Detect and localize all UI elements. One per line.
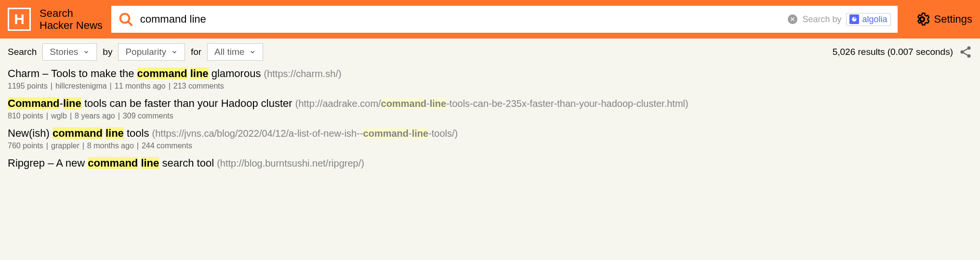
story-meta: 810 points|wglb|8 years ago|309 comments (8, 112, 972, 120)
by-label: by (103, 47, 112, 57)
type-dropdown[interactable]: Stories (42, 43, 97, 61)
author[interactable]: wglb (51, 112, 67, 120)
gear-icon (915, 12, 929, 26)
search-label: Search (8, 47, 37, 57)
svg-line-8 (964, 53, 967, 55)
svg-point-3 (920, 17, 924, 21)
algolia-badge[interactable]: algolia (846, 13, 890, 26)
comments[interactable]: 244 comments (142, 142, 192, 150)
story-meta: 760 points|grappler|8 months ago|244 com… (8, 142, 972, 150)
results-info: 5,026 results (0.007 seconds) (833, 47, 953, 57)
search-by-group: ✕ Search by algolia (788, 13, 890, 26)
svg-line-7 (964, 49, 967, 52)
chevron-down-icon (171, 49, 178, 55)
comments[interactable]: 213 comments (173, 82, 224, 90)
header: H Search Hacker News ✕ Search by algolia… (0, 0, 980, 39)
story-url[interactable]: (http://aadrake.com/command-line-tools-c… (295, 98, 689, 109)
story-title[interactable]: New(ish) command line tools (https://jvn… (8, 127, 972, 140)
logo-letter: H (14, 11, 25, 27)
story-item: Charm – Tools to make the command line g… (8, 67, 972, 91)
svg-point-4 (967, 46, 971, 50)
age[interactable]: 8 years ago (75, 112, 115, 120)
chevron-down-icon (249, 49, 256, 55)
story-url[interactable]: (https://charm.sh/) (264, 68, 342, 79)
fade-overlay (0, 207, 980, 260)
svg-point-5 (961, 51, 964, 54)
share-icon[interactable] (959, 45, 972, 59)
story-meta: 1195 points|hillcrestenigma|11 months ag… (8, 82, 972, 91)
settings-button[interactable]: Settings (915, 12, 973, 26)
points[interactable]: 1195 points (8, 82, 48, 90)
filter-row: Search Stories by Popularity for All tim… (0, 39, 980, 65)
age[interactable]: 8 months ago (87, 142, 134, 150)
author[interactable]: hillcrestenigma (55, 82, 107, 90)
story-item: New(ish) command line tools (https://jvn… (8, 127, 972, 150)
chevron-down-icon (83, 49, 90, 55)
story-url[interactable]: (http://blog.burntsushi.net/ripgrep/) (217, 158, 364, 169)
algolia-icon (849, 14, 859, 24)
results-list: Charm – Tools to make the command line g… (0, 65, 980, 169)
story-title[interactable]: Charm – Tools to make the command line g… (8, 67, 972, 80)
for-label: for (191, 47, 201, 57)
site-title[interactable]: Search Hacker News (40, 7, 103, 32)
story-item: Ripgrep – A new command line search tool… (8, 157, 972, 169)
algolia-text: algolia (862, 14, 887, 25)
search-icon (118, 12, 133, 27)
svg-line-1 (128, 22, 132, 25)
story-title[interactable]: Command-line tools can be faster than yo… (8, 97, 972, 110)
age[interactable]: 11 months ago (115, 82, 166, 90)
clear-search-icon[interactable]: ✕ (788, 14, 797, 24)
daterange-dropdown[interactable]: All time (207, 43, 263, 61)
points[interactable]: 810 points (8, 112, 43, 120)
story-url[interactable]: (https://jvns.ca/blog/2022/04/12/a-list-… (152, 128, 458, 139)
search-bar: ✕ Search by algolia (111, 6, 898, 33)
story-title[interactable]: Ripgrep – A new command line search tool… (8, 157, 972, 169)
author[interactable]: grappler (51, 142, 79, 150)
points[interactable]: 760 points (8, 142, 43, 150)
search-by-label: Search by (802, 14, 841, 25)
sort-dropdown[interactable]: Popularity (118, 43, 185, 61)
search-input[interactable] (133, 13, 788, 26)
story-item: Command-line tools can be faster than yo… (8, 97, 972, 120)
svg-point-6 (967, 54, 971, 58)
comments[interactable]: 309 comments (123, 112, 173, 120)
settings-label: Settings (934, 13, 973, 26)
logo[interactable]: H (8, 8, 31, 31)
